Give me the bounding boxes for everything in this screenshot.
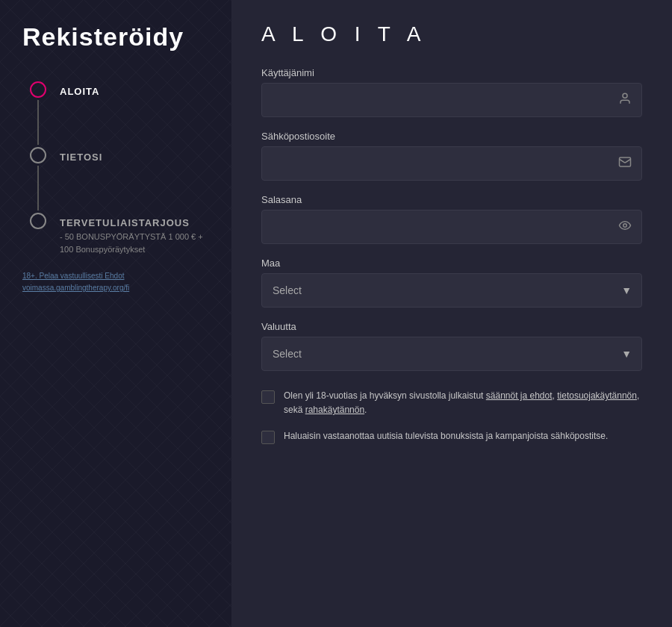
section-title: A L O I T A <box>261 22 642 46</box>
step-connector-1 <box>30 81 46 147</box>
step-label-aloita: ALOITA <box>60 84 99 97</box>
right-panel: A L O I T A Käyttäjänimi Sähköpostiosoit… <box>231 0 672 627</box>
username-label: Käyttäjänimi <box>261 67 642 78</box>
register-title: Rekisteröidy <box>22 22 209 52</box>
currency-select-wrapper: Select ▼ <box>261 337 642 371</box>
currency-group: Valuutta Select ▼ <box>261 321 642 371</box>
newsletter-text: Haluaisin vastaanottaa uutisia tulevista… <box>284 429 608 443</box>
disclaimer-line2: voimassa.gamblingtherapy.org/fi <box>22 282 209 294</box>
step-aloita: ALOITA <box>30 81 209 147</box>
newsletter-checkbox-item: Haluaisin vastaanottaa uutisia tulevista… <box>261 429 642 444</box>
country-select[interactable]: Select <box>261 273 642 308</box>
password-input-wrapper <box>261 210 642 244</box>
checkbox-group: Olen yli 18-vuotias ja hyväksyn sivustol… <box>261 389 642 444</box>
step-tietosi: TIETOSI <box>30 147 209 213</box>
step-welcome: TERVETULIAISTARJOUS - 50 BONUSPYÖRÄYTYST… <box>30 213 209 255</box>
terms-checkbox[interactable] <box>261 390 275 404</box>
email-input-wrapper <box>261 146 642 181</box>
terms-link[interactable]: säännöt ja ehdot <box>486 390 553 401</box>
email-group: Sähköpostiosoite <box>261 131 642 181</box>
eye-icon[interactable] <box>618 219 632 235</box>
country-label: Maa <box>261 258 642 269</box>
steps-list: ALOITA TIETOSI TERVETULIAISTARJ <box>30 81 209 255</box>
step-circle-aloita <box>30 81 46 98</box>
password-group: Salasana <box>261 194 642 244</box>
username-input-wrapper <box>261 83 642 117</box>
svg-point-2 <box>623 224 627 228</box>
step-label-tietosi: TIETOSI <box>60 149 102 163</box>
step-label-welcome: TERVETULIAISTARJOUS <box>60 215 209 228</box>
payments-link[interactable]: rahakäytännön <box>305 405 364 415</box>
step-sublabel-welcome: - 50 BONUSPYÖRÄYTYSTÄ 1 000 € + 100 Bonu… <box>60 231 209 255</box>
email-input[interactable] <box>261 146 642 181</box>
terms-text: Olen yli 18-vuotias ja hyväksyn sivustol… <box>284 389 642 417</box>
username-input[interactable] <box>261 83 642 117</box>
step-connector-2 <box>30 147 46 213</box>
step-circle-tietosi <box>30 147 46 163</box>
username-group: Käyttäjänimi <box>261 67 642 117</box>
password-label: Salasana <box>261 194 642 205</box>
currency-select[interactable]: Select <box>261 337 642 371</box>
email-label: Sähköpostiosoite <box>261 131 642 142</box>
step-circle-welcome <box>30 213 46 229</box>
step-line-2 <box>37 166 39 210</box>
newsletter-checkbox[interactable] <box>261 431 275 444</box>
step-connector-3 <box>30 213 46 229</box>
step-line-1 <box>37 100 39 145</box>
country-group: Maa Select ▼ <box>261 258 642 308</box>
disclaimer-line1: 18+. Pelaa vastuullisesti Ehdot <box>22 270 209 282</box>
disclaimer[interactable]: 18+. Pelaa vastuullisesti Ehdot voimassa… <box>22 270 209 294</box>
privacy-link[interactable]: tietosuojakäytännön <box>557 390 637 401</box>
country-select-wrapper: Select ▼ <box>261 273 642 308</box>
left-panel: Rekisteröidy ALOITA TIETOSI <box>0 0 231 627</box>
terms-checkbox-item: Olen yli 18-vuotias ja hyväksyn sivustol… <box>261 389 642 417</box>
currency-label: Valuutta <box>261 321 642 332</box>
password-input[interactable] <box>261 210 642 244</box>
